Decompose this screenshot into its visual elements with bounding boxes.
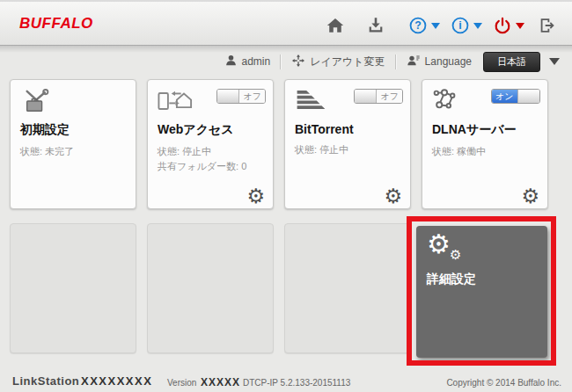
language-label: Language	[425, 55, 472, 68]
card-status: 状態: 停止中	[295, 142, 400, 157]
logout-icon[interactable]	[538, 16, 557, 35]
move-arrows-icon	[291, 54, 305, 70]
card-title: 初期設定	[20, 122, 126, 138]
copyright: Copyright © 2014 Buffalo Inc.	[446, 378, 561, 388]
power-dropdown-icon[interactable]	[516, 23, 524, 29]
user-icon	[224, 54, 238, 69]
empty-card-slot	[284, 223, 411, 353]
gears-icon: ⚙ ⚙	[427, 235, 537, 266]
layout-change-label: レイアウト変更	[310, 54, 385, 69]
card-title: Webアクセス	[158, 122, 263, 138]
language-dropdown-icon[interactable]	[549, 58, 560, 65]
card-status: 状態: 稼働中	[432, 144, 538, 159]
product-name: LinkStation	[12, 374, 79, 388]
settings-gear-icon[interactable]: ⚙	[384, 186, 402, 207]
card-bittorrent[interactable]: オフ BitTorrent 状態: 停止中 ⚙	[284, 79, 411, 209]
linkstation-dashboard: BUFFALO ? i	[0, 0, 572, 392]
empty-card-slot	[147, 223, 274, 353]
webaccess-toggle[interactable]: オフ	[216, 89, 266, 104]
toggle-label: オフ	[377, 90, 402, 103]
model-number: XXXXXXXX	[81, 374, 152, 388]
power-icon[interactable]	[493, 16, 512, 35]
toolbox-icon	[20, 89, 126, 117]
info-dropdown-icon[interactable]	[473, 23, 482, 29]
svg-text:i: i	[458, 19, 461, 32]
help-icon[interactable]: ?	[408, 16, 428, 35]
settings-gear-icon[interactable]: ⚙	[521, 186, 539, 207]
home-icon[interactable]	[326, 16, 345, 35]
username-label: admin	[242, 55, 271, 68]
user-bar: admin レイアウト変更 Language 日本語	[0, 46, 572, 77]
logged-in-user: admin	[224, 54, 271, 69]
empty-card-slot	[10, 223, 136, 353]
gear-large-icon: ⚙	[427, 231, 451, 258]
divider	[395, 54, 397, 69]
buffalo-logo: BUFFALO	[19, 15, 93, 33]
dlna-toggle[interactable]: オン	[491, 89, 540, 104]
layout-change-button[interactable]: レイアウト変更	[291, 54, 385, 70]
footer-bar: LinkStation XXXXXXXX Version XXXXX DTCP-…	[0, 367, 572, 392]
toggle-knob	[355, 90, 377, 103]
card-webaccess[interactable]: オフ Webアクセス 状態: 停止中 共有フォルダー数: 0 ⚙	[147, 79, 274, 209]
header-bar: BUFFALO ? i	[0, 0, 572, 46]
help-dropdown-icon[interactable]	[431, 23, 440, 29]
svg-text:?: ?	[414, 19, 422, 32]
toggle-label: オフ	[239, 90, 265, 103]
toggle-knob	[217, 90, 239, 103]
card-status: 状態: 停止中 共有フォルダー数: 0	[158, 144, 263, 174]
toggle-label: オン	[492, 90, 517, 103]
card-title: DLNAサーバー	[432, 122, 538, 138]
gear-small-icon: ⚙	[450, 249, 461, 262]
card-status: 状態: 未完了	[20, 144, 126, 159]
bittorrent-toggle[interactable]: オフ	[354, 89, 403, 104]
status-line: 状態: 停止中	[158, 144, 263, 159]
card-advanced-settings[interactable]: ⚙ ⚙ 詳細設定	[416, 226, 547, 358]
version-value: XXXXX	[201, 376, 240, 388]
status-line: 共有フォルダー数: 0	[158, 159, 263, 174]
language-icon	[407, 54, 421, 70]
card-title: BitTorrent	[295, 122, 400, 136]
info-icon[interactable]: i	[451, 16, 470, 35]
card-dlna-server[interactable]: オン DLNAサーバー 状態: 稼働中 ⚙	[422, 79, 548, 209]
card-initial-setup[interactable]: 初期設定 状態: 未完了	[10, 79, 136, 209]
advanced-settings-label: 詳細設定	[427, 272, 537, 287]
dtcp-version: DTCP-IP 5.2.133-20151113	[243, 378, 350, 388]
language-selector: Language 日本語	[407, 52, 540, 72]
version-label: Version	[167, 378, 196, 388]
download-icon[interactable]	[366, 16, 385, 35]
toggle-knob	[517, 90, 539, 103]
settings-gear-icon[interactable]: ⚙	[246, 186, 265, 207]
language-value-button[interactable]: 日本語	[483, 52, 540, 72]
divider	[280, 54, 282, 69]
